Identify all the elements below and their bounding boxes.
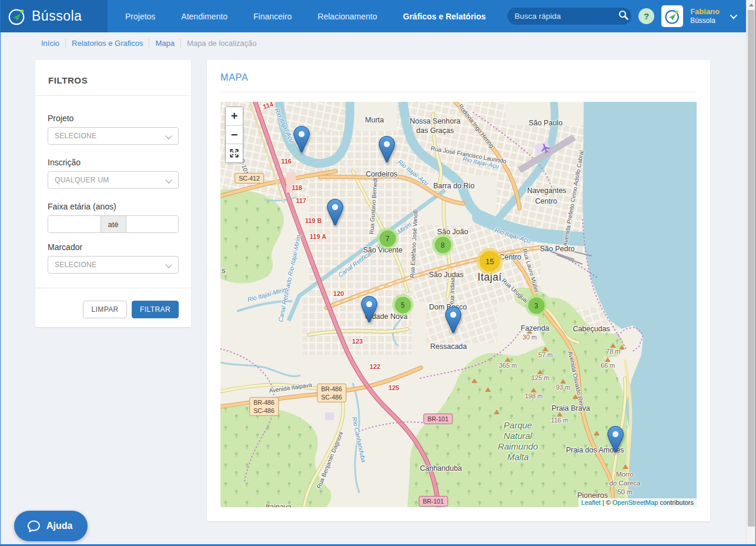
- breadcrumb: InícioRelatorios e GraficosMapaMapa de l…: [35, 39, 263, 48]
- basemap: [220, 102, 697, 507]
- nav-item[interactable]: Projetos: [125, 12, 155, 21]
- age-range-group: até: [48, 215, 179, 233]
- age-range-label: Faixa etária (anos): [48, 202, 179, 211]
- cluster-marker[interactable]: 15: [477, 248, 503, 275]
- quick-search[interactable]: [507, 8, 631, 25]
- attribution-osm-link[interactable]: OpenStreetMap: [613, 499, 658, 506]
- map-card: MAPA: [207, 60, 710, 521]
- breadcrumb-item[interactable]: Relatorios e Graficos: [65, 39, 149, 48]
- filters-title: FILTROS: [48, 75, 178, 85]
- pin-icon: [293, 126, 310, 153]
- nav-item[interactable]: Relacionamento: [317, 12, 377, 21]
- cluster-count: 8: [434, 237, 451, 253]
- enrollment-label: Inscrição: [48, 158, 179, 167]
- compass-logo-icon: [8, 7, 26, 26]
- brand[interactable]: Bússola: [0, 0, 108, 32]
- pin-icon: [607, 426, 624, 453]
- map-pin[interactable]: [444, 307, 462, 334]
- nav-item[interactable]: Financeiro: [253, 12, 292, 21]
- age-between-label: até: [101, 216, 126, 232]
- attribution-leaflet-link[interactable]: Leaflet: [581, 499, 601, 506]
- help-fab[interactable]: Ajuda: [14, 511, 88, 541]
- age-max-input[interactable]: [126, 216, 179, 232]
- scroll-up-icon: [749, 4, 754, 6]
- fullscreen-button[interactable]: [226, 144, 243, 162]
- map-pin[interactable]: [326, 199, 344, 226]
- cluster-marker[interactable]: 5: [392, 294, 414, 316]
- scroll-up-button[interactable]: [747, 0, 756, 9]
- chevron-down-icon[interactable]: [730, 12, 738, 19]
- navbar: Bússola ProjetosAtendimentoFinanceiroRel…: [0, 0, 746, 32]
- project-select[interactable]: SELECIONE: [48, 127, 179, 145]
- pin-icon: [378, 136, 396, 163]
- search-icon[interactable]: [618, 10, 628, 22]
- clear-button[interactable]: LIMPAR: [83, 301, 126, 318]
- pin-icon: [326, 199, 344, 226]
- age-min-input[interactable]: [48, 216, 101, 232]
- map-pin[interactable]: [360, 296, 378, 323]
- marker-select[interactable]: SELECIONE: [48, 256, 179, 274]
- map-pin[interactable]: [378, 136, 396, 163]
- fullscreen-icon: [230, 149, 239, 158]
- user-menu[interactable]: Fabiano Bússola: [690, 7, 720, 25]
- map-attribution: Leaflet | © OpenStreetMap contributors: [578, 498, 697, 507]
- cluster-count: 5: [394, 297, 411, 313]
- map-title: MAPA: [220, 72, 697, 83]
- help-icon[interactable]: ?: [638, 8, 654, 24]
- breadcrumb-item[interactable]: Início: [35, 39, 65, 48]
- avatar[interactable]: [661, 5, 683, 27]
- cluster-count: 15: [480, 251, 500, 272]
- user-name: Fabiano: [690, 7, 720, 16]
- cluster-count: 3: [528, 297, 544, 314]
- enrollment-select[interactable]: QUALQUER UM: [48, 171, 179, 189]
- enrollment-select-value: QUALQUER UM: [55, 176, 109, 184]
- pin-icon: [360, 296, 378, 323]
- nav-item[interactable]: Gráficos e Relatórios: [403, 12, 486, 21]
- filters-panel: FILTROS Projeto SELECIONE Inscrição QUAL…: [35, 60, 191, 327]
- brand-name: Bússola: [32, 8, 82, 24]
- map-pin[interactable]: [607, 426, 624, 453]
- main-nav: ProjetosAtendimentoFinanceiroRelacioname…: [125, 12, 486, 21]
- cluster-marker[interactable]: 7: [377, 228, 399, 249]
- cluster-marker[interactable]: 8: [432, 234, 454, 256]
- map[interactable]: Rio Itajaí-AçuRio Itajaí-AçuRio Itajaí-A…: [220, 102, 697, 507]
- attribution-separator: | ©: [601, 499, 613, 506]
- project-select-value: SELECIONE: [55, 132, 96, 140]
- map-pin[interactable]: [293, 126, 310, 153]
- zoom-in-button[interactable]: +: [226, 107, 243, 125]
- filter-button[interactable]: FILTRAR: [132, 301, 179, 318]
- chat-icon: [27, 520, 41, 533]
- breadcrumb-item[interactable]: Mapa de localização: [180, 39, 263, 48]
- nav-item[interactable]: Atendimento: [181, 12, 228, 21]
- help-fab-label: Ajuda: [46, 521, 72, 531]
- user-org: Bússola: [690, 16, 720, 25]
- attribution-suffix: contributors: [658, 499, 694, 506]
- project-label: Projeto: [48, 114, 179, 123]
- marker-label: Marcador: [48, 242, 179, 252]
- marker-select-value: SELECIONE: [55, 261, 96, 269]
- search-input[interactable]: [514, 12, 618, 21]
- scroll-thumb[interactable]: [748, 10, 755, 527]
- breadcrumb-item[interactable]: Mapa: [149, 39, 180, 48]
- zoom-out-button[interactable]: −: [226, 125, 243, 144]
- pin-icon: [444, 307, 462, 334]
- scrollbar[interactable]: [746, 0, 756, 546]
- cluster-marker[interactable]: 3: [526, 295, 547, 317]
- cluster-count: 7: [379, 230, 396, 247]
- map-zoom-control: + −: [225, 106, 243, 163]
